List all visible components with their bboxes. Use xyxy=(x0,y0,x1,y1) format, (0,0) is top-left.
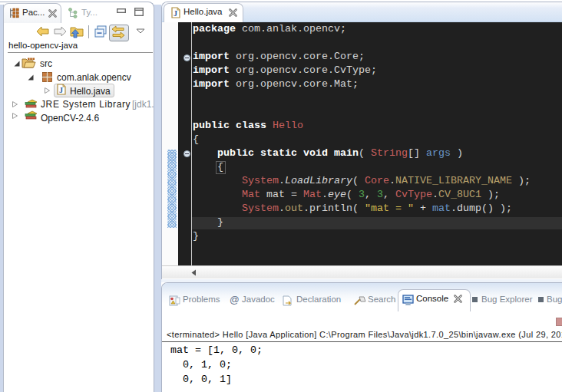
svg-text:J: J xyxy=(59,86,63,94)
svg-text:J: J xyxy=(174,9,177,18)
